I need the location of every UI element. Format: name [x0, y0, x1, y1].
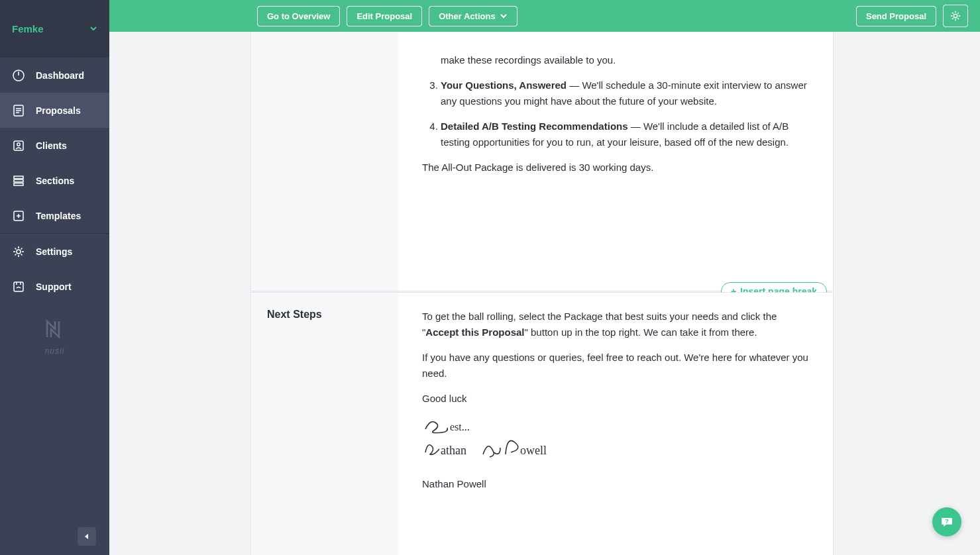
nusii-logo-icon — [43, 317, 67, 341]
brand-logo: nusii — [0, 317, 109, 356]
chat-icon: ? — [940, 515, 953, 529]
go-overview-button[interactable]: Go to Overview — [257, 6, 340, 26]
topbar: Go to Overview Edit Proposal Other Actio… — [109, 0, 980, 32]
delivery-text: The All-Out Package is delivered is 30 w… — [422, 160, 809, 176]
sidebar-item-sections[interactable]: Sections — [0, 163, 109, 198]
sidebar-item-label: Dashboard — [36, 70, 84, 81]
chevron-down-icon — [89, 23, 97, 34]
svg-text:athan: athan — [441, 444, 466, 457]
svg-point-17 — [953, 14, 957, 17]
edit-proposal-button[interactable]: Edit Proposal — [347, 6, 422, 26]
proposals-icon — [12, 104, 25, 117]
sidebar-item-settings[interactable]: Settings — [0, 234, 109, 269]
svg-point-13 — [17, 250, 21, 254]
section-title-area: Next Steps — [251, 293, 398, 555]
svg-text:owell: owell — [520, 444, 547, 457]
feature-list: make these recordings available to you. … — [422, 52, 809, 150]
brand-name: nusii — [45, 346, 65, 356]
paragraph: To get the ball rolling, select the Pack… — [422, 309, 809, 340]
section-title: Next Steps — [267, 309, 322, 320]
sidebar-item-support[interactable]: Support — [0, 269, 109, 304]
paragraph: Good luck — [422, 391, 809, 407]
svg-text:?: ? — [945, 518, 949, 525]
dashboard-icon — [12, 69, 25, 82]
sidebar-item-label: Support — [36, 281, 72, 292]
svg-point-6 — [17, 142, 20, 145]
signature-image: est... athan owell — [422, 416, 809, 467]
paragraph: If you have any questions or queries, fe… — [422, 350, 809, 381]
document-section: Next Steps To get the ball rolling, sele… — [250, 292, 834, 555]
help-chat-button[interactable]: ? — [932, 507, 961, 536]
sidebar-item-dashboard[interactable]: Dashboard — [0, 58, 109, 93]
collapse-sidebar-button[interactable] — [78, 527, 96, 546]
svg-text:est...: est... — [450, 421, 470, 432]
list-item: make these recordings available to you. — [422, 52, 809, 68]
svg-rect-7 — [14, 176, 23, 179]
sidebar-item-templates[interactable]: Templates — [0, 198, 109, 233]
clients-icon — [12, 139, 25, 152]
sidebar-item-label: Templates — [36, 211, 81, 221]
sidebar-item-label: Proposals — [36, 105, 81, 116]
account-switcher[interactable]: Femke — [0, 0, 109, 58]
send-proposal-button[interactable]: Send Proposal — [856, 6, 936, 26]
triangle-left-icon — [83, 532, 91, 540]
section-body: To get the ball rolling, select the Pack… — [398, 293, 833, 555]
section-title-area — [251, 32, 398, 291]
gear-icon — [950, 10, 961, 22]
templates-icon — [12, 209, 25, 223]
signer-name: Nathan Powell — [422, 476, 809, 492]
gear-icon — [12, 245, 25, 258]
settings-button[interactable] — [943, 5, 968, 27]
sidebar: Femke Dashboard Proposals Clients Sectio… — [0, 0, 109, 555]
user-name: Femke — [12, 23, 44, 34]
sidebar-item-proposals[interactable]: Proposals — [0, 93, 109, 128]
list-item: Your Questions, Answered — We'll schedul… — [441, 77, 809, 109]
sections-icon — [12, 174, 25, 187]
svg-rect-8 — [14, 179, 23, 182]
chevron-down-icon — [500, 12, 508, 20]
list-item: Detailed A/B Testing Recommendations — W… — [441, 119, 809, 150]
sidebar-item-label: Clients — [36, 140, 67, 151]
sidebar-item-label: Settings — [36, 246, 72, 257]
other-actions-dropdown[interactable]: Other Actions — [429, 6, 517, 26]
support-icon — [12, 280, 25, 293]
sidebar-item-label: Sections — [36, 176, 74, 186]
svg-rect-9 — [14, 183, 23, 185]
main-content: make these recordings available to you. … — [109, 32, 980, 555]
sidebar-item-clients[interactable]: Clients — [0, 128, 109, 163]
document-section: make these recordings available to you. … — [250, 32, 834, 291]
section-body: make these recordings available to you. … — [398, 32, 833, 291]
